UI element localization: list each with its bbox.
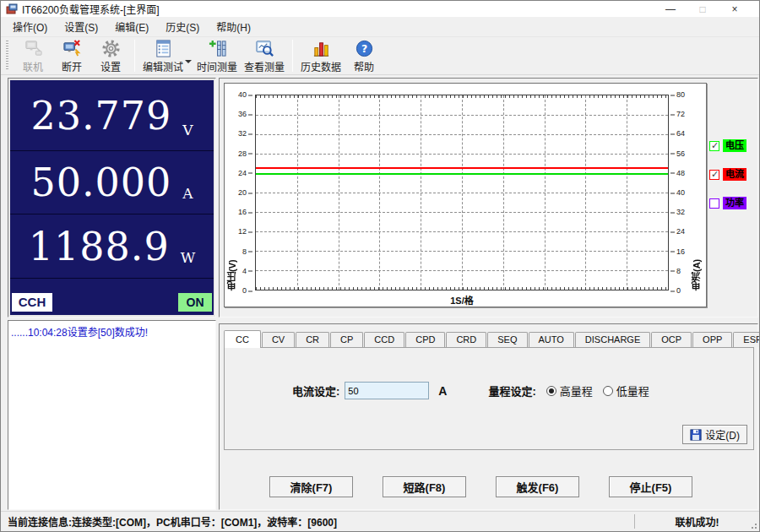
edit-test-icon <box>154 39 173 58</box>
floppy-icon <box>690 429 702 441</box>
tab-esr[interactable]: ESR <box>733 332 760 347</box>
axis-tick-label: 48 <box>670 169 685 176</box>
close-button[interactable]: × <box>719 2 751 17</box>
tab-cpd[interactable]: CPD <box>405 332 445 347</box>
history-data-label: 历史数据 <box>301 59 341 73</box>
minimize-button[interactable]: — <box>654 2 687 17</box>
trigger-button[interactable]: 触发(F6) <box>496 476 579 497</box>
tab-content: 电流设定: A 量程设定: 高量程 低量程 <box>224 347 754 450</box>
range-high-label: 高量程 <box>560 383 593 399</box>
clear-button[interactable]: 清除(F7) <box>269 476 353 497</box>
tab-crd[interactable]: CRD <box>446 332 486 347</box>
gridline <box>256 193 668 193</box>
tab-cr[interactable]: CR <box>296 332 329 347</box>
axis-tick-label: 8 <box>670 267 681 274</box>
axis-tick-label: 16 <box>670 247 685 255</box>
current-checkbox[interactable] <box>709 170 719 180</box>
y-right-axis-label: 电流(A) <box>690 84 703 290</box>
disconnect-button[interactable]: 断开 <box>52 38 91 73</box>
current-value: 50.000 <box>30 163 171 202</box>
view-measure-label: 查看测量 <box>244 59 285 73</box>
y-right-ticks: 08162432404856647280 <box>670 95 689 290</box>
plot-grid <box>256 95 668 290</box>
menu-help[interactable]: 帮助(H) <box>208 17 259 36</box>
settings-icon <box>101 39 121 58</box>
current-set-input[interactable] <box>345 382 429 399</box>
tab-auto[interactable]: AUTO <box>529 332 574 347</box>
axis-tick-label: 56 <box>670 149 685 157</box>
connect-icon <box>24 39 43 58</box>
power-row: 1188.9 W <box>10 214 214 279</box>
axis-tick-label: 24 <box>238 169 252 176</box>
tab-seq[interactable]: SEQ <box>487 332 527 347</box>
short-circuit-button[interactable]: 短路(F8) <box>383 476 466 497</box>
edit-test-button[interactable]: 编辑测试 <box>139 38 187 73</box>
menu-settings[interactable]: 设置(S) <box>56 17 106 36</box>
connect-button[interactable]: 联机 <box>14 38 52 73</box>
mode-badge: CCH <box>12 293 52 312</box>
time-measure-label: 时间测量 <box>197 59 237 73</box>
plot-box: 电压(V) 0481216202428323640 08162432404856… <box>224 83 707 307</box>
menu-edit[interactable]: 编辑(E) <box>106 17 157 36</box>
app-icon <box>6 3 18 15</box>
range-radio-high[interactable]: 高量程 <box>546 383 593 399</box>
time-measure-button[interactable]: 时间测量 <box>193 38 241 73</box>
radio-icon <box>603 386 613 396</box>
legend-item: 电流 <box>709 168 758 181</box>
stop-button[interactable]: 停止(F5) <box>609 476 692 497</box>
disconnect-label: 断开 <box>62 59 82 73</box>
tab-cp[interactable]: CP <box>330 332 363 347</box>
axis-tick-label: 12 <box>238 228 252 236</box>
x-axis-label: 1S/格 <box>255 293 669 307</box>
disconnect-icon <box>62 39 82 58</box>
settings-button[interactable]: 设置 <box>91 38 130 73</box>
edit-test-dropdown-icon[interactable] <box>185 60 192 63</box>
maximize-button[interactable]: □ <box>687 2 719 17</box>
menu-history[interactable]: 历史(S) <box>157 17 208 36</box>
power-unit: W <box>181 249 195 266</box>
axis-tick-label: 36 <box>238 111 252 118</box>
menu-bar: 操作(O) 设置(S) 编辑(E) 历史(S) 帮助(H) <box>1 17 759 37</box>
toolbar-separator <box>292 40 293 72</box>
log-box[interactable]: ......10:04:28设置参[50]数成功! <box>8 320 216 510</box>
window-controls: — □ × <box>654 2 754 17</box>
connection-info: 当前连接信息:连接类型:[COM]，PC机串口号：[COM1]，波特率：[960… <box>1 514 634 529</box>
tab-cv[interactable]: CV <box>262 332 295 347</box>
view-measure-button[interactable]: 查看测量 <box>241 38 288 73</box>
tab-discharge[interactable]: DISCHARGE <box>575 332 650 347</box>
control-panel: CCCVCRCPCCDCPDCRDSEQAUTODISCHARGEOCPOPPE… <box>219 323 758 510</box>
legend-item: 功率 <box>709 197 758 209</box>
axis-tick-label: 4 <box>242 267 252 274</box>
history-data-button[interactable]: 历史数据 <box>297 38 345 73</box>
gridline <box>256 115 668 116</box>
chart-legend: 电压 电流 功率 <box>709 79 758 317</box>
menu-operate[interactable]: 操作(O) <box>4 17 56 36</box>
edit-test-label: 编辑测试 <box>143 59 183 73</box>
display-footer: CCH ON <box>10 293 214 313</box>
axis-tick-label: 0 <box>242 287 252 295</box>
voltage-row: 23.779 V <box>10 80 214 151</box>
tab-opp[interactable]: OPP <box>692 332 732 347</box>
power-checkbox[interactable] <box>709 198 719 209</box>
status-bar: 当前连接信息:连接类型:[COM]，PC机串口号：[COM1]，波特率：[960… <box>1 511 759 531</box>
history-data-icon <box>312 39 331 58</box>
power-value: 1188.9 <box>29 227 170 266</box>
gridline <box>256 212 668 213</box>
voltage-checkbox[interactable] <box>709 141 719 151</box>
connection-status: 联机成功! <box>634 514 759 529</box>
set-button[interactable]: 设定(D) <box>682 425 747 444</box>
range-low-label: 低量程 <box>616 383 649 399</box>
current-row: 50.000 A <box>10 151 214 214</box>
axis-tick-label: 28 <box>238 149 252 157</box>
toolbar-grip[interactable] <box>6 41 8 71</box>
tab-ocp[interactable]: OCP <box>651 332 692 347</box>
chart-panel: 电压(V) 0481216202428323640 08162432404856… <box>219 78 758 318</box>
range-set-label: 量程设定: <box>488 383 535 399</box>
range-radio-low[interactable]: 低量程 <box>603 383 649 399</box>
axis-tick-label: 80 <box>670 91 685 99</box>
tab-ccd[interactable]: CCD <box>364 332 404 347</box>
axis-tick-label: 20 <box>238 189 252 197</box>
help-button[interactable]: ? 帮助 <box>345 38 383 73</box>
tab-cc[interactable]: CC <box>224 330 261 348</box>
resize-grip-icon[interactable] <box>749 521 757 529</box>
